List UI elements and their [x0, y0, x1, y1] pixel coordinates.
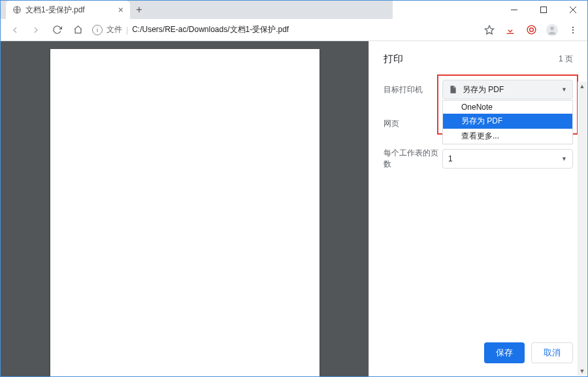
- cancel-button-label: 取消: [544, 347, 561, 359]
- info-icon[interactable]: i: [92, 25, 103, 35]
- document-icon: [448, 85, 457, 94]
- back-button[interactable]: [6, 21, 24, 39]
- per-sheet-value: 1: [448, 154, 453, 163]
- svg-point-11: [572, 26, 574, 27]
- vertical-scrollbar[interactable]: ▲ ▼: [578, 82, 587, 376]
- save-button[interactable]: 保存: [484, 342, 525, 363]
- home-button[interactable]: [69, 21, 87, 39]
- window-controls: [499, 1, 587, 19]
- svg-marker-5: [485, 25, 493, 34]
- address-path: C:/Users/RE-ac/Downloads/文档1-受保护.pdf: [132, 24, 289, 35]
- page-count: 1 页: [559, 54, 573, 65]
- per-sheet-label: 每个工作表的页数: [384, 148, 442, 170]
- pages-label: 网页: [384, 118, 442, 129]
- svg-rect-6: [507, 33, 514, 33]
- address-field[interactable]: i 文件 | C:/Users/RE-ac/Downloads/文档1-受保护.…: [90, 24, 478, 35]
- profile-icon[interactable]: [543, 21, 561, 39]
- scroll-down-icon[interactable]: ▼: [578, 367, 587, 376]
- panel-title: 打印: [384, 53, 403, 65]
- reload-button[interactable]: [48, 21, 66, 39]
- menu-icon[interactable]: [564, 21, 582, 39]
- page-preview: [50, 49, 319, 376]
- svg-point-8: [529, 28, 533, 32]
- browser-tab[interactable]: 文档1-受保护.pdf ×: [6, 1, 130, 19]
- destination-menu: OneNote 另存为 PDF 查看更多...: [442, 100, 573, 144]
- extension-icon[interactable]: [522, 21, 540, 39]
- print-panel: 打印 1 页 目标打印机 另存为 PDF ▼ OneNote 另存为 PDF 查…: [368, 41, 587, 376]
- maximize-button[interactable]: [529, 1, 558, 19]
- address-prefix: 文件: [106, 24, 122, 35]
- cancel-button[interactable]: 取消: [531, 342, 573, 363]
- svg-point-13: [572, 31, 574, 33]
- svg-rect-2: [540, 7, 546, 13]
- svg-point-10: [550, 26, 554, 30]
- per-sheet-dropdown[interactable]: 1 ▼: [442, 149, 573, 169]
- chevron-down-icon: ▼: [561, 86, 567, 93]
- close-tab-icon[interactable]: ×: [118, 5, 123, 15]
- svg-point-7: [527, 25, 536, 34]
- destination-option-more[interactable]: 查看更多...: [443, 129, 572, 144]
- destination-option-onenote[interactable]: OneNote: [443, 101, 572, 114]
- download-icon[interactable]: [501, 21, 519, 39]
- chevron-down-icon: ▼: [561, 156, 567, 162]
- save-button-label: 保存: [496, 347, 513, 359]
- address-separator: |: [126, 25, 128, 35]
- close-window-button[interactable]: [558, 1, 587, 19]
- tab-strip: 文档1-受保护.pdf × +: [1, 1, 393, 19]
- tab-title: 文档1-受保护.pdf: [25, 5, 85, 16]
- star-icon[interactable]: [480, 21, 498, 39]
- destination-value: 另存为 PDF: [463, 84, 504, 95]
- scroll-up-icon[interactable]: ▲: [578, 82, 587, 91]
- destination-label: 目标打印机: [384, 84, 442, 95]
- svg-point-12: [572, 29, 574, 30]
- print-preview-area: [1, 41, 368, 376]
- minimize-button[interactable]: [499, 1, 529, 19]
- forward-button[interactable]: [27, 21, 45, 39]
- globe-icon: [12, 5, 22, 14]
- destination-option-pdf[interactable]: 另存为 PDF: [443, 114, 572, 129]
- address-bar: i 文件 | C:/Users/RE-ac/Downloads/文档1-受保护.…: [1, 19, 587, 41]
- new-tab-button[interactable]: +: [130, 1, 148, 19]
- destination-dropdown[interactable]: 另存为 PDF ▼ OneNote 另存为 PDF 查看更多...: [442, 80, 573, 99]
